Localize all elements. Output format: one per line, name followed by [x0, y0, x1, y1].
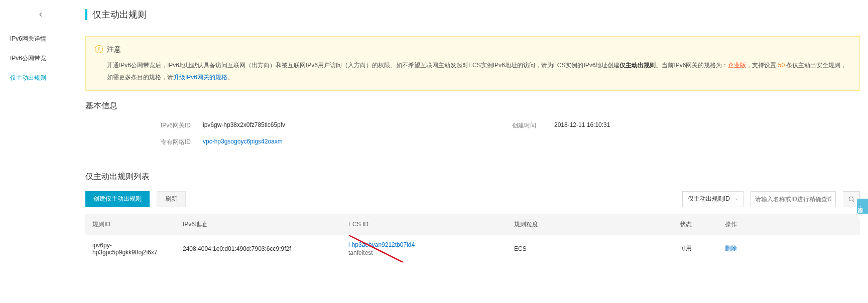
ecs-id-link[interactable]: i-hp3aehvan9212tb07ld4 [348, 241, 415, 248]
info-label-gwid: IPv6网关ID [161, 121, 196, 130]
svg-point-0 [849, 197, 853, 201]
info-label-vpcid: 专有网络ID [161, 138, 196, 146]
info-value-vpcid-link[interactable]: vpc-hp3gsogoyc6pigs42oaxm [203, 138, 283, 146]
info-value-gwid: ipv6gw-hp38x2x0fz785tlc65pfv [203, 121, 285, 130]
th-rule-id: 规则ID [85, 214, 176, 235]
sidebar-item-public-bandwidth[interactable]: IPv6公网带宽 [0, 49, 85, 68]
th-ipv6-addr: IPv6地址 [176, 214, 341, 235]
rules-table: 规则ID IPv6地址 ECS ID 规则粒度 状态 操作 ipv6py-hp3… [85, 214, 860, 262]
filter-field-value: 仅主动出规则ID [688, 195, 730, 203]
th-ecs-id: ECS ID [341, 214, 507, 235]
info-value-create-time: 2018-12-11 16:10:31 [554, 121, 610, 130]
warning-icon: ! [95, 45, 103, 53]
title-accent-bar [85, 9, 87, 20]
feedback-tab-label: 咨询·建议 [856, 203, 864, 209]
th-status: 状态 [673, 214, 718, 235]
refresh-button[interactable]: 刷新 [157, 191, 186, 207]
page-title: 仅主动出规则 [92, 9, 147, 21]
cell-granularity: ECS [507, 235, 673, 262]
basic-info-title: 基本信息 [85, 101, 860, 111]
feedback-tab[interactable]: 咨询·建议 [857, 199, 868, 214]
alert-box: ! 注意 开通IPv6公网带宽后，IPv6地址默认具备访问互联网（出方向）和被互… [85, 36, 860, 91]
svg-line-1 [852, 200, 854, 202]
main-content: 仅主动出规则 ! 注意 开通IPv6公网带宽后，IPv6地址默认具备访问互联网（… [85, 0, 868, 262]
sidebar-item-egress-rules[interactable]: 仅主动出规则 [0, 68, 85, 88]
th-ops: 操作 [718, 214, 860, 235]
cell-ipv6-addr: 2408:4004:1e0:d01:490d:7903:6cc9:9f2f [176, 235, 341, 262]
info-label-create-time: 创建时间 [512, 121, 547, 130]
list-title: 仅主动出规则列表 [85, 172, 860, 182]
toolbar: 创建仅主动出规则 刷新 仅主动出规则ID [85, 191, 860, 207]
sidebar: IPv6网关详情 IPv6公网带宽 仅主动出规则 [0, 0, 85, 262]
cell-ops: 删除 [718, 235, 860, 262]
cell-status: 可用 [673, 235, 718, 262]
delete-link[interactable]: 删除 [725, 245, 737, 252]
cell-ecs: i-hp3aehvan9212tb07ld4 tanfeitest [341, 235, 507, 262]
chevron-down-icon [734, 197, 739, 202]
upgrade-spec-link[interactable]: 升级IPv6网关的规格 [173, 74, 227, 81]
table-row: ipv6py-hp3gpc5p9gkk98oj2i6x7 2408:4004:1… [85, 235, 860, 262]
search-icon [848, 196, 855, 203]
filter-field-select[interactable]: 仅主动出规则ID [682, 191, 743, 207]
create-rule-button[interactable]: 创建仅主动出规则 [85, 191, 150, 207]
alert-title: 注意 [107, 43, 121, 56]
ecs-name: tanfeitest [348, 249, 500, 256]
th-granularity: 规则粒度 [507, 214, 673, 235]
cell-rule-id: ipv6py-hp3gpc5p9gkk98oj2i6x7 [85, 235, 176, 262]
search-input[interactable] [751, 191, 836, 207]
basic-info: IPv6网关ID ipv6gw-hp38x2x0fz785tlc65pfv 创建… [85, 121, 860, 146]
back-icon[interactable] [37, 11, 44, 18]
sidebar-item-gateway-detail[interactable]: IPv6网关详情 [0, 29, 85, 49]
alert-body: 开通IPv6公网带宽后，IPv6地址默认具备访问互联网（出方向）和被互联网IPv… [95, 59, 850, 83]
